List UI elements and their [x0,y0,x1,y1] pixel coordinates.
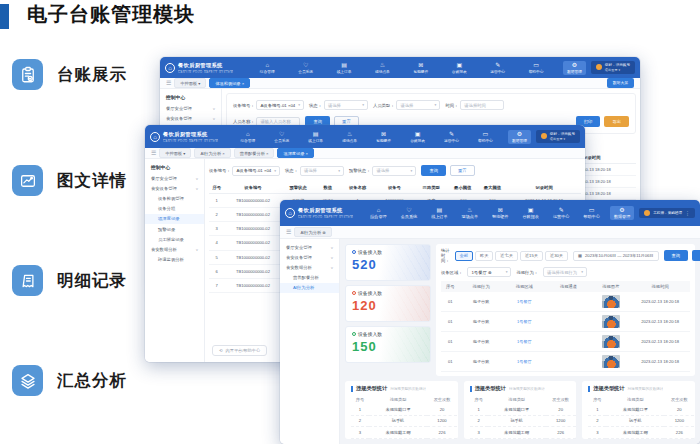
violation-photo[interactable] [602,315,620,328]
violation-photo[interactable] [602,335,620,348]
filter-input[interactable]: 请选择▾ [324,100,368,110]
time-filter-option[interactable]: 近30天 [545,251,568,261]
nav-item[interactable]: ⊠智能硬件 [372,130,395,144]
sidebar-item[interactable]: 设备检测管理 [145,193,204,203]
nav-item[interactable]: ♡会员系统 [270,130,293,144]
sidebar-item[interactable]: 食安设备管理˅ [145,183,204,193]
time-filter-option[interactable]: 全部 [455,251,473,261]
nav-item[interactable]: ✎运营中心 [549,206,573,220]
sidebar-item[interactable]: 设备分组 [145,204,204,214]
nav-item[interactable]: ▭帮助中心 [525,61,548,75]
table-row[interactable]: 1未规范戴口罩20 [588,404,694,415]
sidebar-item[interactable]: 环境监测分析 [145,255,204,265]
table-row[interactable]: 2玩手机1200 [470,415,576,427]
nav-item[interactable]: ♨现场点单 [458,206,482,220]
table-cell: 1 [588,404,606,415]
nav-item[interactable]: ▭帮助中心 [579,206,603,220]
nav-item[interactable]: ⊠智能硬件 [409,61,432,75]
sidebar-item[interactable]: 员工绑定记录 [145,234,204,244]
user-menu[interactable]: 工程师，采购经理 ⋮ [639,208,695,218]
nav-item-active[interactable]: ⚙ 数据管理 [610,206,634,220]
table-row[interactable]: 01电子台账1号餐厅2023-02-13 18:20:18 [441,292,690,312]
filter-input[interactable]: 请选择时间 [460,100,504,110]
table-row[interactable]: 3未规范戴工帽226 [470,427,576,439]
table-row[interactable]: 1未规范戴口罩20 [351,404,457,415]
nav-item[interactable]: ▣台账报表 [406,130,429,144]
sidebar-item[interactable]: 食安数据分析˅ [145,244,204,254]
nav-item[interactable]: ▤线上订单 [333,61,356,75]
nav-item[interactable]: ♡会员系统 [397,206,421,220]
sidebar-item[interactable]: 营养配餐分析 [280,273,339,283]
logout-link[interactable]: 退出登录 ▾ [605,68,630,72]
user-menu[interactable]: 您好，演示账号 退出登录 ▾ [536,130,580,142]
filter-input[interactable]: 请选择▾ [396,100,440,110]
sidebar-item[interactable]: 食安数据分析˅ [280,262,339,272]
nav-item[interactable]: ♨现场点单 [371,61,394,75]
nav-item[interactable]: ⌂综合管理 [236,130,259,144]
time-filter-option[interactable]: 昨天 [475,251,493,261]
time-filter-option[interactable]: 近15天 [520,251,543,261]
sidebar-item[interactable]: 食安设备管理˅ [160,113,221,123]
export-button[interactable]: 导出 [604,116,629,127]
nav-item[interactable]: ⌂综合管理 [256,61,279,75]
filter-input[interactable]: 请选择▾ [372,166,416,176]
nav-item[interactable]: ♡会员系统 [294,61,317,75]
nav-item[interactable]: ▤线上订单 [304,130,327,144]
violation-photo[interactable] [602,295,620,308]
table-row[interactable]: 2玩手机1200 [351,415,457,427]
table-row[interactable]: 2玩手机1200 [588,415,694,427]
table-row[interactable]: 1未规范戴口罩20 [470,404,576,415]
nav-item[interactable]: ▣台账报表 [519,206,543,220]
table-row[interactable]: 3未规范戴工帽226 [588,427,694,439]
search-icon-button[interactable]: ⌕ [692,250,700,261]
nav-item[interactable]: ⊠智能硬件 [488,206,512,220]
search-button[interactable]: 查询 [664,250,689,261]
filter-input[interactable]: A设备编号-01 ×04▾ [232,166,280,176]
behavior-select[interactable]: 请选择违规行为 ▾ [543,267,587,277]
help-center-pill[interactable]: ⟲ 内置平台/帮助中心 [212,345,267,356]
table-row[interactable]: 01电子台账1号餐厅2023-02-13 18:20:18 [441,312,690,332]
sidebar-item[interactable]: 餐厅安全管理˅ [145,173,204,183]
tab[interactable]: 温湿度记录 × [277,148,314,158]
violation-photo[interactable] [602,355,620,368]
tab[interactable]: 中控面板 ▾ [159,148,191,158]
reset-button[interactable]: 重置 [450,165,475,176]
tab[interactable]: 营养配餐分析 × [234,148,275,158]
sidebar-item[interactable]: AI行为分析 [280,283,339,293]
sidebar-item[interactable]: 餐厅安全管理˅ [160,103,221,113]
nav-item[interactable]: ✎运营中心 [486,61,509,75]
table-row[interactable]: 01电子台账1号餐厅2023-02-13 18:20:18 [441,352,690,372]
nav-item[interactable]: ▣台账报表 [448,61,471,75]
collapse-menu-icon[interactable]: ☰ [166,80,171,86]
sidebar-item[interactable]: 食安设备管理˅ [280,252,339,262]
filter-input[interactable]: 请选择▾ [300,166,344,176]
nav-item[interactable]: ▭帮助中心 [474,130,497,144]
nav-item[interactable]: ♨现场点单 [338,130,361,144]
user-menu[interactable]: 您好，演示账号 退出登录 ▾ [591,61,635,73]
sidebar-item[interactable]: 预警记录 [145,224,204,234]
tab[interactable]: AI行为分析 ⊗ [294,227,331,237]
sidebar-item[interactable]: 温湿度记录 [145,214,204,224]
table-row[interactable]: 3未规范戴工帽226 [351,427,457,439]
tab[interactable]: AI行为分析 × [194,148,230,158]
tab[interactable]: 体温检测记录 × [209,78,250,88]
table-row[interactable]: 01电子台账1号餐厅2023-02-13 18:20:18 [441,332,690,352]
filter-input[interactable]: A设备编号-01 ×04▾ [256,100,304,110]
sidebar-item[interactable]: 餐厅安全管理˅ [280,242,339,252]
time-filter-option[interactable]: 近七天 [495,251,518,261]
search-button[interactable]: 查询 [421,165,446,176]
more-icon[interactable]: ⋮ [685,210,690,216]
nav-item[interactable]: ✎运营中心 [440,130,463,144]
nav-item[interactable]: ▤线上订单 [427,206,451,220]
data-screen-button[interactable]: 数据大屏 [607,78,634,88]
area-select[interactable]: 1号餐厅 ⊗ ▾ [467,267,511,277]
nav-item[interactable]: ⌂综合管理 [366,206,390,220]
table-cell [591,312,630,332]
nav-item-active[interactable]: ⚙ 数据管理 [563,61,586,75]
collapse-menu-icon[interactable]: ☰ [286,229,291,235]
collapse-menu-icon[interactable]: ☰ [151,150,156,156]
date-range-picker[interactable]: ▦ 2023年10月06日 — 2023年11月06日 [573,251,659,261]
nav-item-active[interactable]: ⚙ 数据管理 [508,130,531,144]
tab[interactable]: 中控面板 ▾ [174,78,206,88]
logout-link[interactable]: 退出登录 ▾ [550,137,575,141]
